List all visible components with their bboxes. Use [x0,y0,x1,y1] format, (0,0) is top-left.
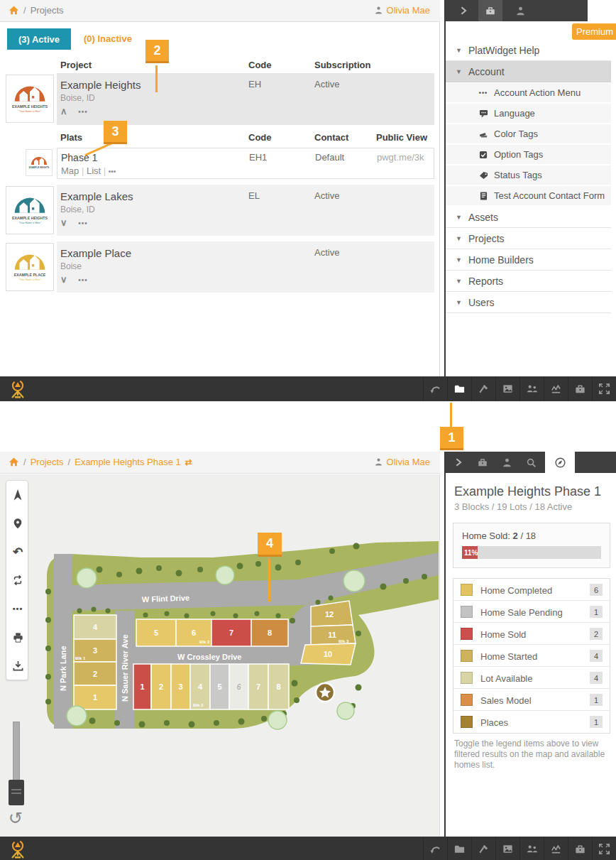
legend-swatch [461,650,473,662]
toolbar-image-button[interactable] [495,376,519,401]
sales-office-star-marker[interactable] [316,683,334,702]
more-menu-icon[interactable]: ••• [78,276,88,284]
legend-item-places[interactable]: Places 1 [453,711,610,733]
sidebar-item-home-builders[interactable]: ▼ Home Builders [446,249,611,271]
switch-plat-icon[interactable]: ⇄ [185,457,192,467]
sidebar-item-option-tags[interactable]: Option Tags [446,145,611,165]
toolbar-folder-button[interactable] [447,376,471,401]
plat-map-canvas[interactable]: 4321567812345678121110Blk 1Blk 2Blk 3Blk… [0,474,440,837]
toolbar-people-button[interactable] [519,376,544,401]
undo-button[interactable]: ↶ [6,538,29,566]
toolbar-arc-button[interactable] [423,376,447,401]
callout-badge-1: 1 [440,427,463,450]
user-menu[interactable]: Olivia Mae [374,5,430,16]
home-icon[interactable] [9,5,19,16]
header-bar-1: / Projects Olivia Mae [0,0,440,22]
map-lot-number: 6 [192,628,196,637]
breadcrumb-projects[interactable]: Projects [31,457,64,467]
project-row-example-heights[interactable]: Example Heights Boise, ID ∧ ••• EH Activ… [57,73,434,125]
plat-public-view-link[interactable]: pwgt.me/3k [377,152,424,163]
toolbar-chart-button[interactable] [544,837,568,860]
callout-badge-2: 2 [145,40,169,63]
sidebar-item-status-tags[interactable]: Status Tags [446,165,611,186]
project-subscription: Active [314,79,339,89]
sidebar-tabbar [446,452,545,473]
download-button[interactable] [6,651,29,680]
tab-briefcase[interactable] [471,452,494,473]
sidebar-item-assets[interactable]: ▼ Assets [446,207,611,228]
caret-down-icon: ▼ [456,214,463,221]
more-menu-icon[interactable]: ••• [78,219,88,227]
platwidget-logo[interactable] [7,839,28,860]
map-lot-number: 7 [229,628,233,637]
home-icon[interactable] [9,457,19,467]
plat-list-link[interactable]: List [87,165,101,176]
breadcrumb-plat[interactable]: Example Heights Phase 1 [75,457,181,467]
legend-item-home-sale-pending[interactable]: Home Sale Pending 1 [453,601,610,623]
toolbar-hammer-button[interactable] [471,376,495,401]
toolbar-image-button[interactable] [495,837,519,860]
map-lot-number: 11 [328,631,336,639]
legend-item-lot-available[interactable]: Lot Available 4 [453,667,610,689]
expand-chevron[interactable]: ∨ [60,274,68,285]
col-header-plats: Plats [60,132,82,143]
tab-inactive-projects[interactable]: (0) Inactive [84,33,132,44]
zoom-slider-thumb[interactable] [9,780,24,805]
map-lot-number: 3 [93,646,97,655]
block-label: Blk 1 [75,656,86,660]
tab-active-projects[interactable]: (3) Active [7,28,71,50]
project-row-example-lakes[interactable]: Example Lakes Boise, ID ∨ ••• EL Active [57,185,434,236]
legend-item-home-sold[interactable]: Home Sold 2 [453,623,610,645]
expand-chevron[interactable]: ∨ [60,217,68,228]
tab-compass-active[interactable] [546,452,573,473]
sidebar-item-color-tags[interactable]: Color Tags [446,124,611,145]
sidebar-item-test-account-contact-form[interactable]: Test Account Contact Form [446,186,611,207]
toolbar-toolbox-button[interactable] [568,837,592,860]
toolbar-hammer-button[interactable] [471,837,495,860]
project-row-example-place[interactable]: Example Place Boise ∨ ••• Active [57,241,434,293]
platwidget-logo[interactable] [7,379,28,400]
tab-person[interactable] [495,452,518,473]
sidebar-item-language[interactable]: Language [446,104,611,124]
toolbar-toolbox-button[interactable] [568,376,592,401]
sidebar-item-projects[interactable]: ▼ Projects [446,228,611,249]
user-menu[interactable]: Olivia Mae [374,457,430,467]
more-menu-icon[interactable]: ••• [78,108,88,116]
plat-more-icon[interactable]: ••• [109,168,116,175]
progress-fill: 11% [462,546,478,559]
toolbar-fullscreen-button[interactable] [592,376,616,401]
sidebar-item-platwidget-help[interactable]: ▼ PlatWidget Help [446,40,611,61]
plat-stats: 3 Blocks / 19 Lots / 18 Active [454,501,572,512]
tab-search[interactable] [519,452,542,473]
project-subscription: Active [314,247,339,258]
map-lot-number: 4 [198,682,203,691]
tab-person[interactable] [508,0,532,21]
collapse-panel-tab[interactable] [447,452,470,473]
collapse-panel-tab[interactable] [451,0,475,21]
plat-row-phase-1[interactable]: Phase 1 Map | List | ••• EH1 Default pwg… [57,148,434,179]
legend-item-sales-model[interactable]: Sales Model 1 [453,689,610,711]
location-pin-button[interactable] [6,509,29,538]
person-icon [374,6,383,15]
swap-plat-button[interactable] [6,566,29,594]
toolbar-folder-button[interactable] [447,837,471,860]
sidebar-item-users[interactable]: ▼ Users [446,292,611,313]
reset-view-icon[interactable]: ↺ [9,808,23,828]
north-arrow-button[interactable] [6,481,29,509]
breadcrumb-projects[interactable]: Projects [31,5,64,16]
toolbar-people-button[interactable] [519,837,544,860]
toolbar-arc-button[interactable] [423,837,447,860]
toolbar-chart-button[interactable] [544,376,568,401]
plat-map-link[interactable]: Map [61,165,79,176]
toolbar-fullscreen-button[interactable] [592,837,616,860]
sidebar-item-account-action-menu[interactable]: ••• Account Action Menu [446,83,611,104]
sidebar-item-account[interactable]: ▼ Account [446,61,611,82]
more-tools-button[interactable]: ••• [6,594,29,623]
print-button[interactable] [6,623,29,651]
legend-item-home-started[interactable]: Home Started 4 [453,645,610,667]
collapse-chevron[interactable]: ∧ [60,106,68,116]
legend-item-home-completed[interactable]: Home Completed 6 [453,579,610,601]
sidebar-item-reports[interactable]: ▼ Reports [446,271,611,292]
legend-swatch [461,694,473,706]
tab-briefcase[interactable] [478,0,502,21]
